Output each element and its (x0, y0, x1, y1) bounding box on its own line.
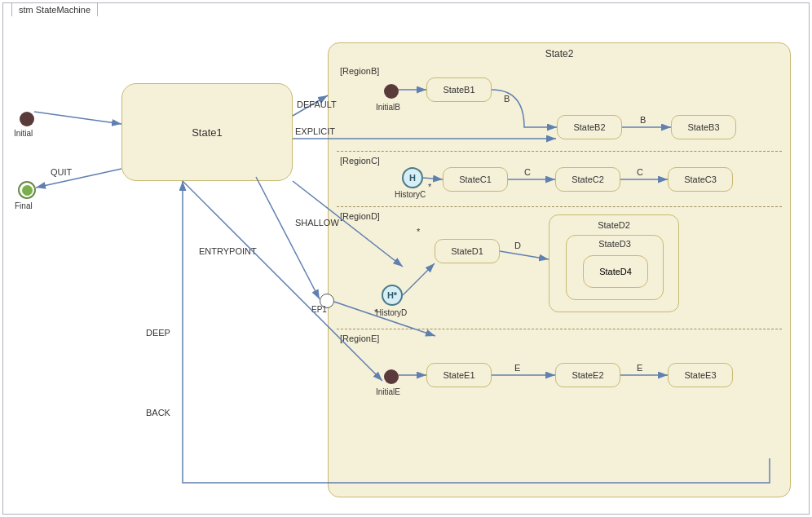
svg-text:E: E (637, 363, 642, 373)
initialB-label: InitialB (376, 103, 400, 112)
historyD-label: HistoryD (376, 308, 407, 317)
initialB-pseudo (384, 84, 399, 99)
svg-line-11 (500, 251, 549, 259)
historyC-pseudo: H (402, 167, 423, 188)
stateD1: StateD1 (435, 239, 500, 263)
svg-line-28 (256, 177, 320, 299)
stateC3: StateC3 (668, 167, 733, 192)
final-inner (22, 185, 33, 196)
divider-bc (337, 151, 782, 152)
state2-label: State2 (545, 48, 574, 60)
stateB2: StateB2 (557, 115, 622, 139)
tab-label: stm StateMachine (11, 2, 98, 16)
stateD4-box: StateD4 (583, 255, 648, 288)
diagram-area: State2 [RegionB] StateB1 StateB2 StateB3… (3, 18, 809, 514)
main-container: stm StateMachine State2 [RegionB] StateB… (2, 2, 810, 515)
stateB1: StateB1 (426, 77, 492, 102)
stateD3-label: StateD3 (598, 239, 631, 249)
state1-label: State1 (192, 126, 223, 139)
svg-line-22 (293, 95, 328, 116)
initial-label: Initial (14, 129, 33, 138)
stateE3: StateE3 (668, 363, 733, 387)
regione-label: [RegionE] (340, 334, 379, 343)
stateC1: StateC1 (443, 167, 508, 192)
svg-text:E: E (514, 363, 520, 373)
stateE2: StateE2 (555, 363, 620, 387)
regionb-label: [RegionB] (340, 66, 379, 76)
svg-line-21 (34, 112, 121, 124)
divider-de (337, 329, 782, 329)
initial-pseudo (20, 112, 34, 126)
state2-box: State2 [RegionB] StateB1 StateB2 StateB3… (328, 42, 791, 497)
svg-line-14 (403, 263, 435, 295)
initialE-label: InitialE (376, 387, 400, 396)
svg-text:B: B (640, 115, 646, 125)
stateD2-box: StateD2 StateD3 StateD4 (549, 214, 679, 312)
stateD2-label: StateD2 (598, 220, 630, 230)
historyD-pseudo: H* (382, 285, 403, 306)
stateC2: StateC2 (555, 167, 620, 192)
svg-text:ENTRYPOINT: ENTRYPOINT (199, 246, 257, 256)
divider-cd (337, 206, 782, 207)
svg-text:*: * (417, 227, 421, 236)
svg-text:C: C (637, 167, 643, 177)
historyC-label: HistoryC (395, 190, 426, 199)
final-pseudo (18, 181, 36, 199)
state1-box: State1 (121, 83, 293, 181)
ep1-label: EP1 (311, 305, 327, 314)
svg-line-33 (36, 169, 121, 188)
final-label: Final (15, 201, 33, 210)
regionc-label: [RegionC] (340, 156, 380, 166)
svg-text:B: B (504, 94, 510, 104)
regiond-label: [RegionD] (340, 211, 380, 221)
svg-text:QUIT: QUIT (51, 167, 73, 177)
svg-text:D: D (514, 241, 521, 250)
stateD3-box: StateD3 StateD4 (566, 235, 664, 300)
initialE-pseudo (384, 369, 399, 384)
stateE1: StateE1 (426, 363, 492, 387)
svg-line-5 (423, 178, 443, 179)
svg-text:C: C (524, 167, 531, 177)
svg-text:DEEP: DEEP (146, 328, 170, 338)
svg-text:BACK: BACK (146, 408, 171, 418)
stateB3: StateB3 (671, 115, 736, 139)
svg-text:*: * (428, 182, 432, 192)
